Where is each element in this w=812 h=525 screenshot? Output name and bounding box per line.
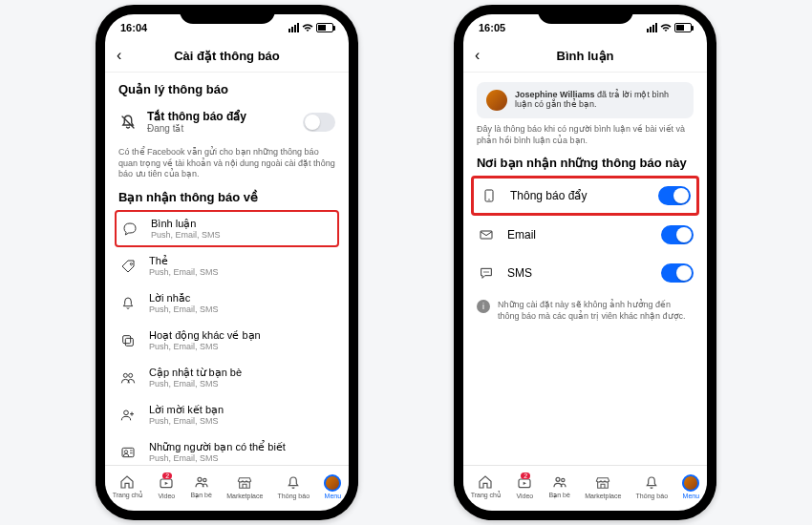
row-title: Cập nhật từ bạn bè [149, 367, 335, 379]
channel-toggle[interactable] [661, 263, 694, 283]
bell-slash-icon [118, 113, 138, 132]
tag-icon [118, 257, 138, 276]
badge: 2 [521, 472, 530, 479]
tab-label: Menu [325, 493, 342, 499]
avatar-icon [682, 474, 699, 492]
row-sub: Push, Email, SMS [149, 416, 335, 426]
section-channels-title: Nơi bạn nhận những thông báo này [477, 156, 694, 170]
tab-avatar[interactable]: Menu [324, 474, 341, 499]
channel-row-push[interactable]: Thông báo đẩy [471, 176, 699, 216]
channel-row-mail[interactable]: Email [477, 216, 694, 254]
tab-label: Menu [683, 493, 700, 499]
status-right [288, 23, 333, 32]
home-icon [118, 473, 137, 491]
svg-point-11 [488, 200, 489, 200]
tab-friends[interactable]: Bạn bè [549, 473, 570, 499]
row-sub: Push, Email, SMS [149, 304, 335, 314]
wifi-icon [302, 23, 313, 32]
channel-toggle[interactable] [661, 225, 694, 244]
notif-category-row[interactable]: Lời nhắc Push, Email, SMS [118, 284, 335, 322]
screen: 16:05 ‹ Bình luận Josephine Williams đã … [463, 14, 707, 511]
svg-rect-12 [481, 231, 492, 239]
info-row: i Những cài đặt này sẽ không ảnh hưởng đ… [477, 300, 694, 322]
svg-point-18 [561, 478, 564, 481]
tab-market[interactable]: Marketplace [585, 474, 621, 499]
battery-icon [674, 23, 692, 32]
notif-category-row[interactable]: Lời mời kết bạn Push, Email, SMS [118, 396, 335, 433]
signal-icon [288, 23, 299, 32]
avatar [486, 90, 507, 111]
phone-frame-right: 16:05 ‹ Bình luận Josephine Williams đã … [454, 5, 716, 520]
mail-icon [477, 225, 496, 244]
svg-point-13 [483, 272, 484, 273]
content-scroll[interactable]: Quản lý thông báo Tắt thông báo đẩy Đang… [105, 73, 349, 465]
svg-point-4 [124, 410, 129, 415]
svg-point-8 [198, 477, 202, 481]
channel-row-sms[interactable]: SMS [477, 254, 694, 292]
tab-avatar[interactable]: Menu [682, 474, 699, 499]
channel-title: SMS [507, 266, 650, 280]
notif-category-row[interactable]: Hoạt động khác về bạn Push, Email, SMS [118, 322, 335, 359]
tab-friends[interactable]: Bạn bè [191, 473, 212, 499]
tab-label: Video [158, 493, 175, 499]
market-icon [593, 474, 612, 492]
home-icon [476, 473, 495, 491]
bell-icon [118, 294, 138, 313]
header: ‹ Cài đặt thông báo [105, 41, 349, 73]
notif-category-row[interactable]: Thẻ Push, Email, SMS [118, 247, 335, 284]
notif-category-row[interactable]: Những người bạn có thể biết Push, Email,… [118, 433, 335, 465]
tab-market[interactable]: Marketplace [226, 474, 263, 499]
tab-notif[interactable]: Thông báo [636, 474, 668, 499]
channel-title: Thông báo đẩy [510, 189, 647, 202]
push-master-toggle[interactable] [303, 113, 335, 132]
tab-video[interactable]: Video2 [515, 474, 534, 499]
avatar-icon [324, 474, 341, 492]
tab-home[interactable]: Trang chủ [113, 473, 142, 499]
push-off-sub: Đang tắt [147, 123, 293, 134]
section-manage-title: Quản lý thông báo [118, 82, 335, 96]
sms-icon [477, 263, 496, 283]
row-title: Hoạt động khác về bạn [149, 329, 335, 342]
tab-bar: Trang chủVideo2Bạn bèMarketplaceThông bá… [105, 465, 349, 511]
push-off-title: Tắt thông báo đẩy [147, 110, 293, 123]
push-icon [480, 186, 499, 205]
tab-notif[interactable]: Thông báo [278, 474, 310, 499]
header-title: Bình luận [475, 49, 695, 63]
row-sub: Push, Email, SMS [149, 267, 335, 277]
svg-point-17 [556, 477, 560, 481]
tab-video[interactable]: Video2 [157, 474, 176, 499]
friends-icon [118, 368, 138, 388]
badge: 2 [162, 472, 172, 479]
tab-bar: Trang chủVideo2Bạn bèMarketplaceThông bá… [463, 465, 707, 511]
header-title: Cài đặt thông báo [117, 49, 337, 63]
tab-label: Bạn bè [549, 492, 570, 499]
notif-category-row[interactable]: Cập nhật từ bạn bè Push, Email, SMS [118, 359, 335, 396]
notch [538, 5, 633, 24]
notch [180, 5, 275, 24]
status-time: 16:05 [479, 22, 505, 33]
row-title: Bình luận [151, 218, 333, 230]
tab-label: Marketplace [585, 493, 621, 499]
channel-toggle[interactable] [658, 186, 691, 205]
screen: 16:04 ‹ Cài đặt thông báo Quản lý thông … [105, 14, 349, 511]
tab-label: Thông báo [278, 493, 310, 499]
notif-preview-card: Josephine Williams đã trả lời một bình l… [477, 82, 694, 118]
row-title: Lời mời kết bạn [149, 404, 335, 416]
header: ‹ Bình luận [463, 41, 707, 73]
svg-point-14 [485, 272, 486, 273]
tab-label: Trang chủ [471, 492, 501, 499]
content-scroll[interactable]: Josephine Williams đã trả lời một bình l… [463, 73, 707, 465]
push-toggle-row[interactable]: Tắt thông báo đẩy Đang tắt [118, 102, 335, 141]
notif-category-row[interactable]: Bình luận Push, Email, SMS [115, 210, 339, 247]
info-text: Những cài đặt này sẽ không ảnh hưởng đến… [498, 300, 694, 322]
row-title: Những người bạn có thể biết [149, 441, 335, 453]
notif-icon [642, 474, 661, 492]
row-sub: Push, Email, SMS [149, 342, 335, 351]
svg-point-9 [203, 478, 205, 481]
signal-icon [647, 23, 657, 32]
helper-text: Đây là thông báo khi có người bình luận … [477, 124, 694, 146]
tab-label: Marketplace [226, 493, 263, 499]
friend-add-icon [118, 406, 138, 425]
tab-home[interactable]: Trang chủ [471, 473, 501, 499]
row-title: Thẻ [149, 255, 335, 267]
